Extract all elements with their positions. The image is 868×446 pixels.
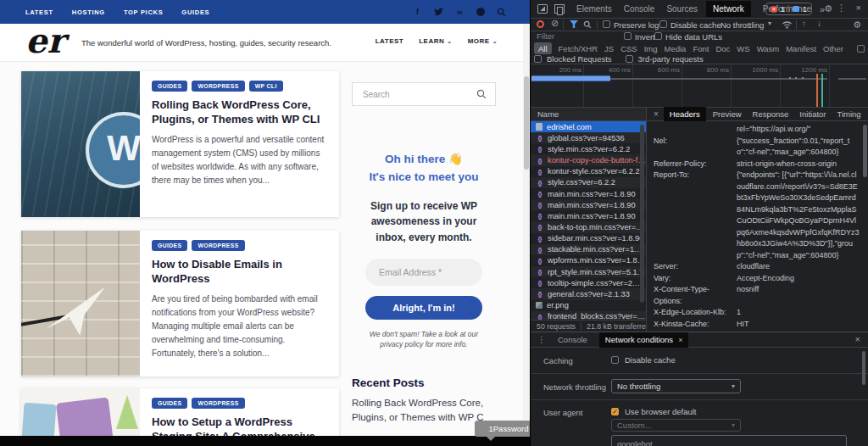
topnav-top-picks[interactable]: TOP PICKS bbox=[124, 8, 163, 16]
topnav-latest[interactable]: LATEST bbox=[25, 8, 53, 16]
issues-badge[interactable]: ✕ 1 1 bbox=[765, 3, 812, 15]
throttling-dropdown[interactable]: No throttling ▾ bbox=[611, 379, 741, 393]
email-field[interactable] bbox=[365, 259, 482, 286]
post-title[interactable]: How to Disable Emails in WordPress bbox=[152, 258, 327, 286]
custom-ua-dropdown[interactable]: Custom... ▾ bbox=[611, 419, 741, 432]
topnav-hosting[interactable]: HOSTING bbox=[72, 8, 105, 16]
drawer-kebab-icon[interactable]: ⋮ bbox=[537, 335, 546, 344]
tag-guides[interactable]: GUIDES bbox=[152, 398, 187, 409]
tab-network[interactable]: Network bbox=[706, 1, 751, 17]
invert-checkbox[interactable] bbox=[624, 32, 632, 40]
import-har-icon[interactable]: ↑ bbox=[802, 19, 806, 28]
request-row[interactable]: {}style.css?ver=6.2.2 bbox=[531, 177, 646, 188]
tab-initiator[interactable]: Initiator bbox=[799, 109, 826, 119]
use-browser-default-checkbox[interactable]: ✓ bbox=[611, 408, 619, 415]
site-logo[interactable]: er bbox=[25, 20, 65, 60]
tag-wordpress[interactable]: WORDPRESS bbox=[192, 398, 244, 409]
settings-gear-icon[interactable]: ⚙ bbox=[824, 3, 832, 14]
drawer-disable-cache-checkbox[interactable] bbox=[611, 356, 619, 364]
clear-icon[interactable]: ⊘ bbox=[551, 18, 559, 29]
blocked-requests-checkbox[interactable] bbox=[534, 55, 542, 63]
search-icon[interactable] bbox=[583, 20, 592, 31]
close-detail-icon[interactable]: × bbox=[654, 109, 659, 119]
filter-chip-all[interactable]: All bbox=[534, 42, 552, 54]
facebook-icon[interactable]: f bbox=[413, 8, 422, 17]
filter-chip-doc[interactable]: Doc bbox=[715, 44, 730, 53]
site-search-icon[interactable] bbox=[497, 8, 506, 17]
request-row[interactable]: {}global.css?ver=94536 bbox=[531, 132, 646, 143]
request-row[interactable]: {}frontend_blocks.css?ver=3.8.1 bbox=[531, 311, 646, 320]
filter-chip-img[interactable]: Img bbox=[644, 44, 658, 53]
request-row[interactable]: {}main.min.css?ver=1.8.90 bbox=[531, 210, 646, 221]
post-card[interactable]: GUIDES WORDPRESS How to Disable Emails i… bbox=[21, 231, 339, 376]
request-row[interactable]: {}general.css?ver=2.1.33 bbox=[531, 288, 646, 299]
request-row[interactable]: edrishel.com bbox=[531, 121, 646, 132]
drawer-scrollbar[interactable] bbox=[862, 351, 865, 385]
request-row-error[interactable]: {}kontur-copy-code-button-front... bbox=[531, 154, 646, 165]
filter-chip-wasm[interactable]: Wasm bbox=[757, 44, 780, 53]
request-row[interactable]: {}wpforms.min.css?ver=1.8.90 bbox=[531, 255, 646, 266]
filter-chip-manifest[interactable]: Manifest bbox=[786, 44, 816, 53]
request-row[interactable]: {}main.min.css?ver=1.8.90 bbox=[531, 199, 646, 210]
name-column-header[interactable]: Name bbox=[531, 108, 646, 121]
request-list-scrollbar[interactable] bbox=[640, 125, 644, 303]
preserve-log-checkbox[interactable] bbox=[603, 20, 610, 28]
tag-wordpress[interactable]: WORDPRESS bbox=[192, 81, 244, 92]
filter-chip-ws[interactable]: WS bbox=[737, 44, 749, 53]
menu-more[interactable]: MORE⌄ bbox=[468, 37, 498, 45]
tab-console[interactable]: Console bbox=[624, 4, 655, 14]
filter-input[interactable] bbox=[537, 31, 617, 41]
request-row[interactable]: er.png bbox=[531, 300, 646, 311]
third-party-checkbox[interactable] bbox=[626, 55, 633, 63]
post-title[interactable]: Rolling Back WordPress Core, Plugins, or… bbox=[152, 98, 327, 126]
filter-chip-media[interactable]: Media bbox=[665, 44, 687, 53]
search-icon[interactable] bbox=[476, 89, 487, 99]
drawer-tab-console[interactable]: Console bbox=[558, 335, 587, 344]
close-devtools-icon[interactable]: × bbox=[856, 3, 861, 13]
tag-wp-cli[interactable]: WP CLI bbox=[249, 81, 283, 92]
chevron-down-icon[interactable]: ▾ bbox=[768, 20, 771, 27]
menu-learn[interactable]: LEARN⌄ bbox=[419, 37, 452, 45]
tab-sources[interactable]: Sources bbox=[666, 4, 698, 14]
close-tab-icon[interactable]: × bbox=[678, 336, 682, 344]
request-row[interactable]: {}tooltip-simple.css?ver=2.1.33 bbox=[531, 277, 646, 288]
export-har-icon[interactable]: ↓ bbox=[817, 19, 821, 28]
has-blocked-cookies-checkbox[interactable] bbox=[857, 45, 865, 53]
device-toolbar-icon[interactable] bbox=[554, 4, 565, 14]
request-row[interactable]: {}main.min.css?ver=1.8.90 bbox=[531, 188, 646, 199]
filter-chip-font[interactable]: Font bbox=[693, 44, 709, 53]
record-icon[interactable] bbox=[537, 20, 544, 28]
tag-guides[interactable]: GUIDES bbox=[152, 240, 187, 251]
github-icon[interactable] bbox=[476, 8, 485, 16]
network-conditions-icon[interactable] bbox=[782, 20, 793, 31]
page-scrollbar[interactable] bbox=[523, 24, 530, 436]
network-overview-timeline[interactable]: 200 ms 400 ms 600 ms 800 ms 1000 ms 1200… bbox=[531, 64, 868, 108]
filter-chip-other[interactable]: Other bbox=[823, 44, 843, 53]
user-agent-input[interactable] bbox=[611, 435, 847, 446]
throttling-select[interactable]: No throttling bbox=[721, 20, 764, 30]
topnav-guides[interactable]: GUIDES bbox=[181, 8, 209, 16]
filter-chip-js[interactable]: JS bbox=[604, 44, 614, 53]
request-row[interactable]: {}sidebar.min.css?ver=1.8.90 bbox=[531, 233, 646, 244]
drawer-tab-network-conditions[interactable]: Network conditions× bbox=[599, 332, 689, 348]
filter-funnel-icon[interactable] bbox=[570, 20, 578, 28]
headers-scrollbar[interactable] bbox=[863, 125, 867, 177]
menu-latest[interactable]: LATEST bbox=[376, 37, 404, 45]
close-drawer-icon[interactable]: × bbox=[855, 334, 860, 344]
tab-timing[interactable]: Timing bbox=[837, 109, 861, 119]
linkedin-icon[interactable]: in bbox=[455, 8, 465, 17]
newsletter-submit-button[interactable]: Alright, I'm in! bbox=[365, 296, 482, 320]
scrollbar-thumb[interactable] bbox=[524, 76, 529, 170]
tag-wordpress[interactable]: WORDPRESS bbox=[192, 240, 244, 251]
filter-chip-css[interactable]: CSS bbox=[620, 44, 637, 53]
request-row[interactable]: {}back-to-top.min.css?ver=1.8.90 bbox=[531, 221, 646, 232]
tag-guides[interactable]: GUIDES bbox=[152, 81, 187, 92]
request-row[interactable]: {}style.min.css?ver=6.2.2 bbox=[531, 143, 646, 154]
kebab-menu-icon[interactable]: ⋮ bbox=[837, 3, 846, 14]
tab-headers[interactable]: Headers bbox=[664, 107, 706, 121]
post-card[interactable]: W GUIDES WORDPRESS WP CLI Rolling Back W… bbox=[21, 71, 339, 217]
tab-elements[interactable]: Elements bbox=[576, 4, 612, 14]
tab-response[interactable]: Response bbox=[753, 109, 789, 119]
twitter-icon[interactable] bbox=[434, 8, 443, 17]
disable-cache-checkbox[interactable] bbox=[659, 20, 667, 28]
